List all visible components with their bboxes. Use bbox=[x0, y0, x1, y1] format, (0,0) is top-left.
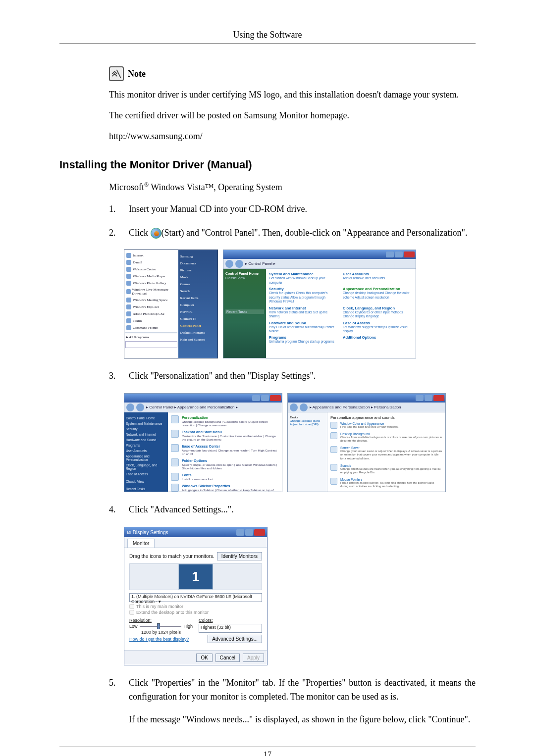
drag-hint: Drag the icons to match your monitors. bbox=[129, 554, 214, 559]
screenshot-control-panel: ▸ Control Panel ▸ Control Panel Home Cla… bbox=[223, 250, 416, 358]
control-panel-category[interactable]: System and MaintenanceGet started with W… bbox=[269, 272, 339, 285]
start-menu-right-item[interactable]: Control Panel bbox=[180, 322, 215, 329]
start-menu-item[interactable]: Welcome Center bbox=[125, 266, 177, 273]
start-menu-right-item[interactable]: Network bbox=[180, 308, 215, 315]
control-panel-category[interactable]: Hardware and SoundPlay CDs or other medi… bbox=[269, 321, 339, 334]
start-menu-right-item[interactable]: Default Programs bbox=[180, 329, 215, 336]
start-menu-right-item[interactable]: Connect To bbox=[180, 315, 215, 322]
control-panel-category[interactable]: Ease of AccessLet Windows suggest settin… bbox=[343, 321, 413, 334]
main-monitor-checkbox: This is my main monitor bbox=[129, 604, 262, 609]
start-menu-item[interactable]: Windows Live Messenger Download bbox=[125, 287, 177, 297]
sidebar-item[interactable]: System and Maintenance bbox=[126, 421, 166, 426]
page-header: Using the Software bbox=[59, 0, 476, 44]
start-menu-right-item[interactable]: Help and Support bbox=[180, 336, 215, 343]
note-icon bbox=[109, 66, 124, 81]
control-panel-category[interactable]: Appearance and PersonalizationChange des… bbox=[343, 287, 413, 303]
start-search-input[interactable] bbox=[125, 341, 177, 348]
step-4: Click "Advanced Settings...". bbox=[129, 503, 476, 517]
sidebar-item[interactable]: User Accounts bbox=[126, 448, 166, 454]
start-menu-item[interactable]: Windows Media Player bbox=[125, 273, 177, 280]
start-menu-item[interactable]: Windows Photo Gallery bbox=[125, 280, 177, 287]
appearance-item[interactable]: PersonalizationChange desktop background… bbox=[171, 415, 279, 427]
sidebar-item[interactable]: Ease of Access bbox=[126, 471, 166, 477]
screenshot-start-menu: InternetE-mailWelcome CenterWindows Medi… bbox=[124, 250, 218, 358]
screenshot-row-1: InternetE-mailWelcome CenterWindows Medi… bbox=[124, 250, 476, 358]
start-menu-right-item[interactable]: Pictures bbox=[180, 267, 215, 274]
appearance-item[interactable]: FontsInstall or remove a font bbox=[171, 473, 279, 481]
tasks-link[interactable]: Change desktop icons bbox=[290, 419, 325, 422]
step-num: 2. bbox=[109, 226, 119, 240]
monitor-1-icon[interactable]: 1 bbox=[178, 564, 213, 590]
start-menu-right-item[interactable]: Computer bbox=[180, 302, 215, 308]
note-text-3: http://www.samsung.com/ bbox=[109, 130, 476, 144]
monitor-layout-area[interactable]: 1 bbox=[129, 563, 262, 590]
control-panel-category[interactable]: Clock, Language, and RegionChange keyboa… bbox=[343, 306, 413, 319]
page-number: 17 bbox=[59, 747, 476, 756]
note-text-1: This monitor driver is under certifying … bbox=[109, 88, 476, 102]
sidebar-item[interactable]: Appearance and Personalization bbox=[126, 454, 166, 462]
sidebar-item[interactable]: Control Panel Home bbox=[126, 415, 166, 421]
section-title: Installing the Monitor Driver (Manual) bbox=[59, 158, 476, 171]
sidebar-item[interactable]: Classic View bbox=[126, 479, 166, 484]
start-menu-right-item[interactable]: Samsung bbox=[180, 253, 215, 260]
personalization-item[interactable]: SoundsChange which sounds are heard when… bbox=[330, 464, 442, 475]
sidebar-item[interactable]: Clock, Language, and Region bbox=[126, 462, 166, 471]
start-menu-right-item[interactable]: Search bbox=[180, 288, 215, 295]
personalization-item[interactable]: Window Color and AppearanceFine tune the… bbox=[330, 422, 442, 429]
start-orb-icon bbox=[151, 228, 161, 239]
step-num: 4. bbox=[109, 503, 119, 517]
control-panel-category[interactable]: ProgramsUninstall a program Change start… bbox=[269, 335, 339, 344]
screenshot-personalization: ▸ Appearance and Personalization ▸ Perso… bbox=[287, 393, 446, 492]
best-display-link[interactable]: How do I get the best display? bbox=[129, 637, 189, 642]
extend-desktop-checkbox: Extend the desktop onto this monitor bbox=[129, 610, 262, 615]
os-line: Microsoft® Windows Vista™, Operating Sys… bbox=[109, 181, 476, 193]
screenshot-row-2: ▸ Control Panel ▸ Appearance and Persona… bbox=[124, 393, 476, 492]
appearance-item[interactable]: Taskbar and Start MenuCustomize the Star… bbox=[171, 430, 279, 441]
tasks-link[interactable]: Adjust font size (DPI) bbox=[290, 422, 325, 426]
personalization-item[interactable]: Screen SaverChange your screen saver or … bbox=[330, 446, 442, 461]
appearance-item[interactable]: Windows Sidebar PropertiesAdd gadgets to… bbox=[171, 484, 279, 492]
sidebar-item[interactable]: Network and Internet bbox=[126, 432, 166, 437]
start-menu-item[interactable]: Windows Explorer bbox=[125, 303, 177, 310]
identify-monitors-button[interactable]: Identify Monitors bbox=[217, 552, 262, 560]
personalization-item[interactable]: Mouse PointersPick a different mouse poi… bbox=[330, 478, 442, 489]
sidebar-item[interactable]: Recent Tasks bbox=[126, 486, 166, 492]
step-num: 1. bbox=[109, 202, 119, 216]
start-menu-item[interactable]: E-mail bbox=[125, 259, 177, 266]
step-2: Click (Start) and "Control Panel". Then,… bbox=[129, 226, 476, 240]
ok-button[interactable]: OK bbox=[196, 654, 212, 662]
start-menu-right-item[interactable]: Games bbox=[180, 281, 215, 288]
control-panel-category[interactable]: Additional Options bbox=[343, 335, 413, 344]
sidebar-item[interactable]: Security bbox=[126, 426, 166, 432]
start-menu-item[interactable]: Command Prompt bbox=[125, 324, 177, 331]
personalization-item[interactable]: ThemeChange the theme. Themes can change… bbox=[330, 492, 442, 492]
start-menu-item[interactable]: Adobe Photoshop CS2 bbox=[125, 310, 177, 317]
tab-monitor[interactable]: Monitor bbox=[127, 539, 155, 548]
start-menu-item[interactable]: Windows Meeting Space bbox=[125, 297, 177, 303]
sidebar-item[interactable]: Hardware and Sound bbox=[126, 437, 166, 443]
start-menu-right-item[interactable]: Music bbox=[180, 274, 215, 281]
cancel-button[interactable]: Cancel bbox=[215, 654, 240, 662]
advanced-settings-button[interactable]: Advanced Settings... bbox=[208, 635, 262, 643]
personalization-item[interactable]: Desktop BackgroundChoose from available … bbox=[330, 432, 442, 443]
screenshot-display-settings: 🖥 Display Settings Monitor Drag the icon… bbox=[124, 527, 268, 665]
step-3: Click "Personalization" and then "Displa… bbox=[129, 369, 476, 383]
note-label: Note bbox=[128, 69, 146, 79]
step-5: Click "Properties" in the "Monitor" tab.… bbox=[129, 676, 476, 727]
resolution-value: 1280 by 1024 pixels bbox=[129, 630, 193, 635]
control-panel-category[interactable]: Network and InternetView network status … bbox=[269, 306, 339, 319]
monitor-device-select[interactable]: 1. (Multiple Monitors) on NVIDIA GeForce… bbox=[129, 593, 262, 602]
appearance-item[interactable]: Ease of Access CenterAccommodate low vis… bbox=[171, 444, 279, 455]
control-panel-category[interactable]: SecurityCheck for updates Check this com… bbox=[269, 287, 339, 303]
sidebar-item[interactable]: Programs bbox=[126, 443, 166, 448]
appearance-item[interactable]: Folder OptionsSpecify single- or double-… bbox=[171, 458, 279, 470]
resolution-slider[interactable]: Low High bbox=[129, 624, 193, 629]
start-menu-right-item[interactable]: Recent Items bbox=[180, 295, 215, 302]
control-panel-category[interactable]: User AccountsAdd or remove user accounts bbox=[343, 272, 413, 285]
colors-select[interactable]: Highest (32 bit) bbox=[199, 624, 262, 633]
start-menu-item[interactable]: Textile bbox=[125, 317, 177, 324]
start-menu-item[interactable]: Internet bbox=[125, 252, 177, 259]
step-num: 3. bbox=[109, 369, 119, 383]
start-menu-right-item[interactable]: Documents bbox=[180, 260, 215, 267]
all-programs[interactable]: ▸ All Programs bbox=[125, 334, 177, 340]
